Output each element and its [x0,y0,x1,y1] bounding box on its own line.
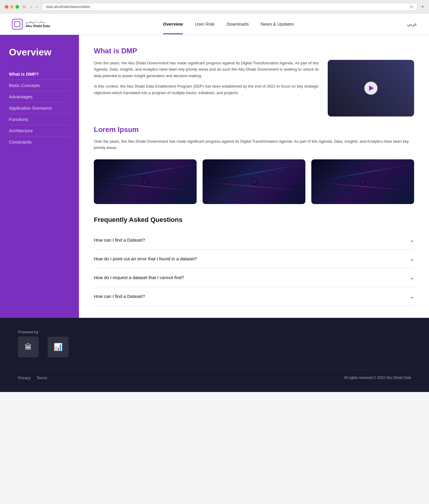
logo-text: بيـانات أبـوظبـي Abu Dhabi Data [26,20,50,28]
nav-arabic[interactable]: عربي [407,21,417,27]
lorem-section: Lorem Ipsum Over the years, the Abu Dhab… [94,125,414,151]
sidebar: Overview What is DMP? Basic Concepts Adv… [0,35,79,318]
site-footer: Powered by 🏛 📊 Privacy Terms All rights … [0,318,429,392]
new-tab-button[interactable]: + [421,4,424,10]
footer-logo-1: 🏛 [18,337,39,357]
section1-title: What is DMP [94,47,414,55]
chevron-down-icon-3: ⌄ [410,274,414,281]
sidebar-item-architecture[interactable]: Architecture [9,125,70,136]
sidebar-item-advantages[interactable]: Advantages [9,91,70,102]
url-text: data.abudhabi/datamodeller [46,5,90,9]
footer-logo-2: 📊 [48,337,69,357]
sidebar-item-constraints[interactable]: Constraints [9,136,70,147]
logo-line1: بيـانات أبـوظبـي [26,20,50,24]
nav-link-news[interactable]: News & Updates [261,14,294,34]
faq-title: Frequently Asked Questions [94,216,414,224]
sidebar-item-basic-concepts[interactable]: Basic Concepts [9,80,70,91]
footer-privacy-link[interactable]: Privacy [18,376,31,380]
video-thumbnail[interactable] [328,60,414,116]
faq-question-1: How can I find a Dataset? [94,237,145,242]
close-button[interactable] [5,5,8,9]
img-nodes-2: ⬡ [203,159,305,204]
minimize-button[interactable] [10,5,14,9]
footer-links: Privacy Terms [18,376,47,380]
footer-terms-link[interactable]: Terms [37,376,47,380]
image-card-3: ⬡ [311,159,414,204]
faq-item-2[interactable]: How do I point out an error that I found… [94,250,414,268]
intro-text: Over the years, the Abu Dhabi Government… [94,60,319,116]
chevron-down-icon-4: ⌄ [410,293,414,300]
nav-links: Overview User Role Downloads News & Upda… [163,14,294,34]
footer-bottom: Privacy Terms All rights reserved © 2022… [18,369,411,380]
chevron-down-icon-2: ⌄ [410,256,414,262]
sidebar-item-what-is-dmp[interactable]: What is DMP? [9,69,70,80]
back-button[interactable]: ‹ [29,4,33,10]
main-content: What is DMP Over the years, the Abu Dhab… [79,35,429,318]
sidebar-title: Overview [9,47,70,58]
powered-by-label: Powered by [18,330,411,334]
logo-icon [12,19,23,29]
logo-line2: Abu Dhabi Data [26,24,50,28]
nav-link-user-role[interactable]: User Role [195,14,215,34]
intro-block: Over the years, the Abu Dhabi Government… [94,60,414,116]
reload-button[interactable]: ↻ [410,4,414,9]
forward-button[interactable]: › [35,4,39,10]
address-bar[interactable]: data.abudhabi/datamodeller ↻ [42,3,417,11]
browser-chrome: ⊡ ‹ › data.abudhabi/datamodeller ↻ + [0,0,429,13]
sidebar-toggle-button[interactable]: ⊡ [23,5,26,9]
faq-item-1[interactable]: How can I find a Dataset? ⌄ [94,231,414,250]
play-icon [369,85,374,91]
img-nodes-1: ⬡ [94,159,197,204]
faq-question-2: How do I point out an error that I found… [94,256,197,261]
intro-para1: Over the years, the Abu Dhabi Government… [94,60,319,79]
faq-question-3: How do I request a dataset that I cannot… [94,275,184,280]
site-logo[interactable]: بيـانات أبـوظبـي Abu Dhabi Data [12,19,50,29]
faq-question-4: How can I find a Dataset? [94,294,145,299]
site-wrapper: بيـانات أبـوظبـي Abu Dhabi Data Overview… [0,13,429,392]
image-card-2: ⬡ [203,159,305,204]
chevron-down-icon-1: ⌄ [410,237,414,243]
site-nav: بيـانات أبـوظبـي Abu Dhabi Data Overview… [0,13,429,35]
image-card-1: ⬡ [94,159,197,204]
intro-para2: In this context, the Abu Dhabi Data Enab… [94,83,319,96]
img-nodes-3: ⬡ [311,159,414,204]
footer-logos: 🏛 📊 [18,337,411,357]
lorem-para: Over the years, the Abu Dhabi Government… [94,139,414,151]
faq-item-3[interactable]: How do I request a dataset that I cannot… [94,268,414,287]
play-button[interactable] [364,82,377,95]
faq-item-4[interactable]: How can I find a Dataset? ⌄ [94,287,414,306]
sidebar-item-application-scenarios[interactable]: Application Scenarios [9,102,70,114]
traffic-lights [5,5,19,9]
fullscreen-button[interactable] [15,5,19,9]
lorem-title: Lorem Ipsum [94,125,414,134]
nav-link-overview[interactable]: Overview [163,14,183,34]
nav-link-downloads[interactable]: Downloads [227,14,249,34]
footer-copyright: All rights reserved © 2022 Abu Dhabi Dat… [344,376,411,380]
sidebar-item-functions[interactable]: Functions [9,114,70,125]
image-grid: ⬡ ⬡ ⬡ [94,159,414,204]
page-layout: Overview What is DMP? Basic Concepts Adv… [0,35,429,318]
